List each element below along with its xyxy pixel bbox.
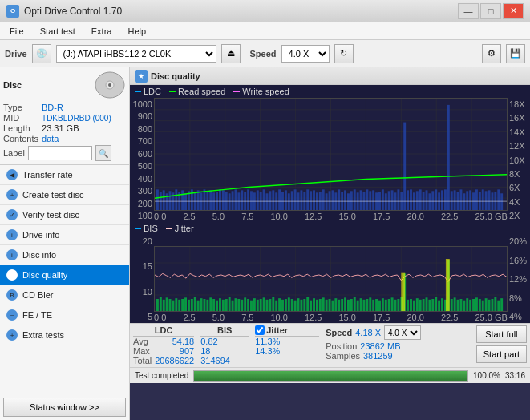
nav-disc-quality[interactable]: ★ Disc quality [0, 265, 129, 285]
jitter-avg-row: 11.3% [255, 337, 319, 346]
svg-rect-57 [269, 191, 271, 210]
svg-rect-211 [366, 299, 368, 311]
svg-rect-256 [446, 259, 450, 311]
svg-rect-22 [160, 192, 162, 210]
svg-rect-161 [209, 297, 212, 311]
action-buttons: Start full Start part [476, 325, 527, 363]
svg-rect-176 [257, 300, 259, 311]
svg-rect-82 [347, 193, 350, 210]
svg-rect-125 [482, 189, 484, 210]
nav-drive-info[interactable]: i Drive info [0, 225, 129, 245]
svg-rect-75 [326, 193, 328, 210]
eject-button[interactable]: ⏏ [221, 44, 241, 63]
start-part-button[interactable]: Start part [476, 345, 527, 363]
disc-label-input[interactable] [28, 146, 92, 160]
svg-rect-158 [200, 298, 203, 311]
svg-rect-96 [391, 190, 394, 210]
maximize-button[interactable]: □ [480, 3, 501, 19]
speed-position-stats: Speed 4.18 X 4.0 X Position 23862 MB Sam… [326, 325, 421, 361]
svg-rect-151 [178, 300, 180, 311]
svg-rect-61 [281, 192, 284, 210]
ldc-header: LDC [133, 325, 194, 337]
menu-extra[interactable]: Extra [85, 25, 119, 38]
svg-rect-58 [272, 190, 274, 210]
svg-rect-149 [172, 301, 174, 311]
drive-select[interactable]: (J:) ATAPI iHBS112 2 CL0K [56, 45, 216, 63]
svg-rect-54 [260, 192, 262, 210]
drive-icon-btn[interactable]: 💿 [32, 44, 51, 63]
nav-label-disc-info: Disc info [22, 250, 56, 260]
menu-file[interactable]: File [3, 25, 30, 38]
svg-rect-120 [466, 191, 468, 210]
menu-help[interactable]: Help [121, 25, 152, 38]
speed-dropdown[interactable]: 4.0 X [384, 325, 421, 340]
minimize-button[interactable]: — [458, 3, 479, 19]
legend-write-label: Write speed [242, 87, 289, 96]
nav-label-disc-quality: Disc quality [22, 270, 67, 280]
bis-total-row: 314694 [200, 356, 249, 365]
svg-rect-129 [494, 192, 496, 210]
svg-rect-63 [288, 193, 290, 210]
refresh-button[interactable]: ↻ [334, 44, 354, 63]
svg-rect-50 [247, 189, 249, 210]
svg-rect-253 [497, 301, 500, 311]
svg-rect-106 [423, 192, 425, 210]
disc-contents-value: data [42, 134, 126, 143]
svg-rect-215 [378, 301, 381, 311]
status-window-button[interactable]: Status window >> [3, 398, 126, 417]
start-full-button[interactable]: Start full [476, 325, 527, 343]
svg-rect-55 [263, 189, 265, 210]
svg-rect-88 [366, 189, 368, 210]
svg-rect-173 [247, 299, 249, 311]
nav-cd-bler[interactable]: B CD Bler [0, 285, 129, 305]
svg-rect-247 [479, 299, 481, 311]
titlebar: O Opti Drive Control 1.70 — □ ✕ [0, 0, 530, 22]
svg-rect-153 [184, 297, 187, 311]
disc-type-label: Type [3, 103, 38, 112]
svg-point-2 [108, 83, 111, 87]
nav-disc-info[interactable]: i Disc info [0, 245, 129, 265]
read-color-dot [169, 91, 176, 92]
disc-section-title: Disc [3, 80, 22, 90]
svg-rect-177 [260, 299, 262, 311]
svg-rect-183 [278, 298, 281, 311]
close-button[interactable]: ✕ [503, 3, 524, 19]
svg-rect-48 [241, 190, 243, 210]
svg-rect-172 [244, 297, 246, 311]
svg-rect-65 [294, 189, 297, 210]
nav-fe-te[interactable]: ~ FE / TE [0, 305, 129, 325]
nav-transfer-rate[interactable]: ◀ Transfer rate [0, 165, 129, 185]
svg-rect-175 [253, 298, 256, 311]
svg-rect-105 [419, 189, 422, 210]
save-button[interactable]: 💾 [506, 44, 525, 63]
disc-label-button[interactable]: 🔍 [95, 145, 111, 161]
speed-select[interactable]: 4.0 X [281, 45, 330, 63]
svg-rect-221 [397, 299, 399, 311]
config-button[interactable]: ⚙ [482, 44, 501, 63]
menu-start-test[interactable]: Start test [34, 25, 82, 38]
main-area: Disc Type BD-R MID TDKBLDRBD (000) Lengt… [0, 67, 530, 420]
nav-verify-test-disc[interactable]: ✓ Verify test disc [0, 205, 129, 225]
bottom-chart-svg [155, 247, 507, 311]
nav-label-cd-bler: CD Bler [22, 290, 54, 300]
svg-rect-152 [181, 299, 184, 311]
svg-rect-241 [459, 299, 462, 311]
disc-icon [94, 71, 126, 99]
nav-label-create: Create test disc [22, 190, 83, 200]
nav-icon-transfer: ◀ [6, 169, 18, 180]
disc-quality-header: ★ Disc quality [130, 67, 530, 85]
svg-rect-254 [500, 298, 503, 311]
jitter-checkbox[interactable] [255, 325, 265, 335]
svg-rect-99 [400, 192, 403, 210]
bis-max-value: 18 [200, 346, 210, 356]
svg-rect-227 [416, 298, 419, 311]
nav-extra-tests[interactable]: + Extra tests [0, 325, 129, 345]
svg-rect-95 [388, 191, 390, 210]
jitter-header: Jitter [255, 325, 319, 337]
legend-read: Read speed [169, 87, 225, 96]
disc-contents-label: Contents [3, 134, 38, 143]
nav-create-test-disc[interactable]: + Create test disc [0, 185, 129, 205]
svg-rect-33 [194, 192, 196, 210]
svg-rect-84 [354, 189, 356, 210]
svg-rect-115 [451, 191, 453, 210]
